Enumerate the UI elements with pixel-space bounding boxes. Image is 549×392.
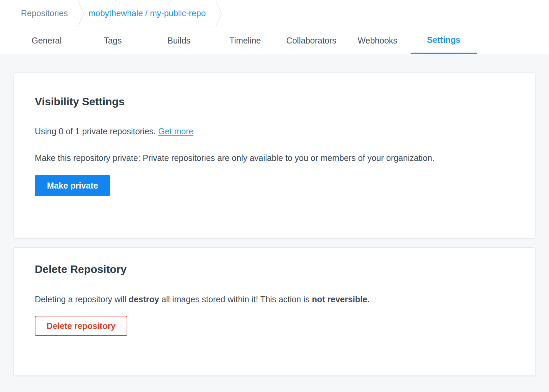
tab-timeline[interactable]: Timeline bbox=[212, 27, 278, 54]
delete-warning-text: Deleting a repository will destroy all i… bbox=[35, 293, 514, 305]
repo-tab-bar: General Tags Builds Timeline Collaborato… bbox=[0, 27, 549, 54]
delete-button-row: Delete repository bbox=[35, 316, 514, 336]
visibility-settings-card: Visibility Settings Using 0 of 1 private… bbox=[14, 73, 535, 238]
delete-warning-part2: all images stored within it! This action… bbox=[159, 295, 312, 304]
delete-warning-part1: Deleting a repository will bbox=[35, 295, 129, 304]
tab-builds[interactable]: Builds bbox=[146, 27, 212, 54]
delete-warning-destroy: destroy bbox=[129, 295, 159, 304]
visibility-settings-title: Visibility Settings bbox=[35, 95, 514, 108]
breadcrumb-repo-link[interactable]: mobythewhale / my-public-repo bbox=[88, 8, 206, 18]
private-repo-usage-text: Using 0 of 1 private repositories. Get m… bbox=[35, 125, 514, 137]
breadcrumb-repositories-link[interactable]: Repositories bbox=[21, 8, 68, 18]
tab-collaborators[interactable]: Collaborators bbox=[278, 27, 344, 54]
tab-settings[interactable]: Settings bbox=[411, 27, 477, 54]
usage-count-text: Using 0 of 1 private repositories. bbox=[35, 127, 158, 136]
tab-tags[interactable]: Tags bbox=[80, 27, 146, 54]
get-more-link[interactable]: Get more bbox=[158, 127, 193, 136]
delete-warning-not-reversible: not reversible. bbox=[312, 295, 370, 304]
delete-repository-card: Delete Repository Deleting a repository … bbox=[14, 247, 535, 376]
settings-content: Visibility Settings Using 0 of 1 private… bbox=[0, 54, 549, 376]
tab-webhooks[interactable]: Webhooks bbox=[344, 27, 411, 54]
make-private-button-row: Make private bbox=[35, 175, 514, 196]
make-private-description: Make this repository private: Private re… bbox=[35, 152, 514, 164]
tab-general[interactable]: General bbox=[14, 27, 80, 54]
make-private-button[interactable]: Make private bbox=[35, 175, 110, 196]
breadcrumb: Repositories mobythewhale / my-public-re… bbox=[0, 0, 549, 27]
breadcrumb-chevron-icon bbox=[77, 0, 85, 27]
delete-repository-title: Delete Repository bbox=[35, 263, 514, 276]
breadcrumb-chevron-icon bbox=[215, 0, 223, 27]
repository-settings-page: Repositories mobythewhale / my-public-re… bbox=[0, 0, 549, 376]
delete-repository-button[interactable]: Delete repository bbox=[35, 316, 127, 336]
